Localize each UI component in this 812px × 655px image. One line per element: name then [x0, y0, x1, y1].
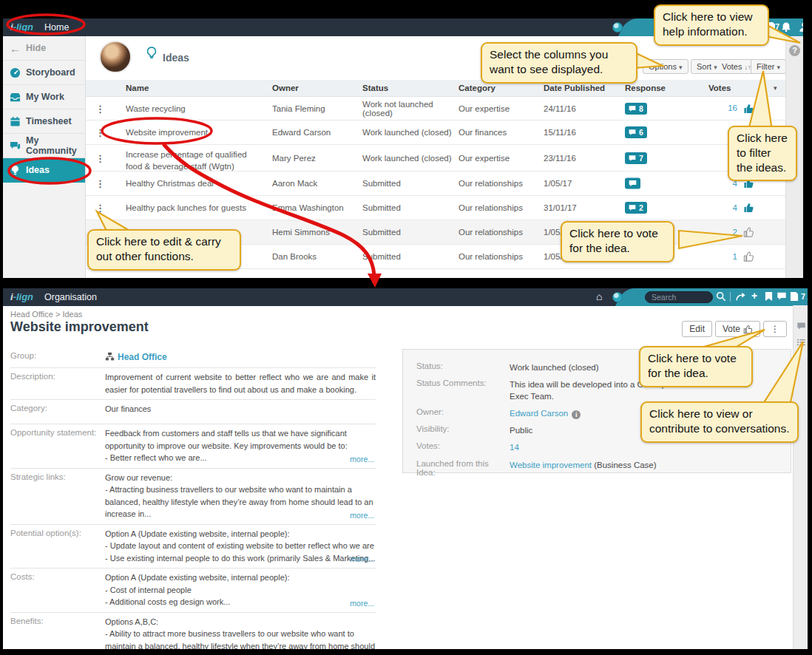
votes-count[interactable]: 14 — [510, 443, 519, 452]
votes-count[interactable]: 16 — [728, 103, 737, 112]
status-cell: Submitted — [362, 252, 455, 261]
owner-link[interactable]: Emma Washington — [272, 203, 357, 212]
row-menu-icon[interactable]: ⋮ — [95, 104, 105, 112]
more-link[interactable]: more... — [350, 599, 374, 608]
category-cell: Our finances — [459, 128, 540, 137]
idea-detail-window: ii-lign-lign Organisation ⌂ + 7 Head Off… — [3, 288, 808, 649]
col-status[interactable]: Status — [362, 84, 388, 92]
col-name[interactable]: Name — [126, 84, 149, 92]
sidebar-item-my-work[interactable]: My Work — [3, 85, 85, 109]
thumbs-up-icon[interactable] — [743, 203, 754, 214]
row-menu-icon[interactable]: ⋮ — [95, 154, 105, 162]
sort-votes-button[interactable]: Sort ▾ Votes ↓↑ — [691, 59, 757, 74]
category-cell: Our relationships — [459, 203, 540, 212]
response-badge[interactable]: 7 — [625, 152, 647, 164]
response-badge[interactable]: 2 — [625, 202, 647, 214]
more-link[interactable]: more... — [350, 511, 374, 520]
user-avatar[interactable] — [99, 41, 132, 73]
column-chooser-icon[interactable]: ▾ — [774, 84, 777, 92]
filter-button[interactable]: Filter ▾ — [751, 59, 786, 74]
search-icon[interactable] — [716, 291, 726, 302]
chat-icon — [10, 140, 21, 152]
list-icon[interactable] — [796, 338, 806, 347]
row-menu-icon[interactable]: ⋮ — [95, 204, 105, 212]
sidebar-item-my-community[interactable]: My Community — [3, 134, 85, 158]
speech-bubble-icon — [629, 204, 636, 211]
detail-row-group: Group: Head Office — [10, 347, 376, 367]
owner-link[interactable]: Aaron Mack — [272, 179, 357, 188]
sidebar-item-hide[interactable]: ← Hide — [3, 36, 85, 61]
category-cell: Our relationships — [459, 179, 540, 188]
table-row[interactable]: ⋮ Healthy Christmas deal Aaron Mack Subm… — [86, 172, 785, 196]
help-icon[interactable]: ? — [789, 45, 800, 56]
owner-link[interactable]: Edward Carson — [272, 128, 357, 137]
idea-name-link[interactable]: Website improvement — [126, 128, 263, 137]
group-link[interactable]: Head Office — [118, 352, 167, 362]
owner-link[interactable]: Mary Perez — [272, 154, 357, 163]
table-row[interactable]: ⋮ Waste recycling Tania Fleming Work not… — [86, 97, 785, 121]
bookmark-icon[interactable] — [765, 291, 773, 302]
more-link[interactable]: more... — [350, 554, 374, 563]
kebab-icon: ⋮ — [771, 322, 779, 336]
thumbs-up-outline-icon[interactable] — [743, 251, 754, 262]
launched-idea-link[interactable]: Website improvement — [510, 461, 592, 469]
share-icon[interactable] — [735, 291, 746, 302]
col-category[interactable]: Category — [459, 84, 495, 92]
votes-count[interactable]: 1 — [733, 251, 737, 260]
idea-name-link[interactable]: Healthy pack lunches for guests — [126, 203, 263, 212]
status-cell: Submitted — [362, 179, 455, 188]
sidebar-item-ideas[interactable]: Ideas — [3, 158, 85, 183]
gauge-icon — [10, 67, 21, 78]
sidebar-item-storyboard[interactable]: Storyboard — [3, 61, 85, 85]
conversations-icon[interactable] — [796, 322, 806, 330]
row-menu-icon[interactable]: ⋮ — [95, 129, 105, 137]
bell-icon[interactable] — [781, 21, 791, 33]
response-badge[interactable] — [625, 178, 640, 189]
chat-icon[interactable] — [777, 291, 787, 301]
owner-link[interactable]: Dan Brooks — [272, 252, 357, 261]
plus-icon[interactable]: + — [751, 290, 757, 302]
more-link[interactable]: more... — [350, 455, 374, 464]
col-votes[interactable]: Votes — [708, 84, 731, 92]
sidebar-item-timesheet[interactable]: Timesheet — [3, 109, 85, 134]
inbox-icon — [10, 92, 21, 103]
thumbs-up-icon[interactable] — [743, 103, 754, 114]
votes-count[interactable]: 2 — [733, 227, 737, 236]
lightbulb-icon — [10, 165, 21, 176]
more-actions-button[interactable]: ⋮ — [763, 321, 787, 337]
edit-button[interactable]: Edit — [682, 321, 712, 337]
callout-edit: Click here to edit & carry out other fun… — [87, 229, 241, 271]
idea-name-link[interactable]: Waste recycling — [126, 104, 263, 113]
col-response[interactable]: Response — [625, 84, 666, 92]
info-icon[interactable]: i — [572, 410, 581, 419]
bell-icon[interactable] — [806, 291, 808, 302]
home-icon[interactable]: ⌂ — [596, 291, 602, 302]
options-button[interactable]: Options ▾ — [643, 59, 688, 74]
col-owner[interactable]: Owner — [272, 84, 299, 92]
votes-count[interactable]: 4 — [733, 203, 737, 211]
idea-name-link[interactable]: Increase percentage of qualified food & … — [126, 149, 263, 172]
status-cell: Work not launched (closed) — [362, 100, 455, 118]
table-row[interactable]: ⋮ Increase percentage of qualified food … — [86, 145, 785, 172]
owner-link[interactable]: Hemi Simmons — [272, 228, 357, 237]
thumbs-up-outline-icon[interactable] — [743, 227, 754, 238]
table-row[interactable]: ⋮ Website improvement Edward Carson Work… — [86, 121, 785, 145]
sidebar-item-label: Storyboard — [26, 67, 75, 78]
response-badge[interactable]: 6 — [625, 126, 647, 138]
owner-link[interactable]: Tania Fleming — [272, 104, 357, 113]
search-input[interactable] — [645, 291, 713, 303]
app-logo[interactable]: ii-lign-lign — [10, 291, 33, 302]
globe-icon[interactable] — [612, 22, 623, 33]
table-row[interactable]: ⋮ Healthy pack lunches for guests Emma W… — [86, 196, 785, 220]
document-icon[interactable] — [790, 291, 799, 302]
breadcrumb[interactable]: Head Office > Ideas — [10, 310, 82, 319]
row-menu-icon[interactable]: ⋮ — [95, 180, 105, 188]
owner-link[interactable]: Edward Carson — [510, 409, 568, 418]
user-icon[interactable] — [799, 21, 803, 33]
app-logo[interactable]: ii-lign-lign — [10, 21, 33, 33]
idea-name-link[interactable]: Healthy Christmas deal — [126, 179, 263, 188]
vote-button[interactable]: Vote — [715, 321, 760, 337]
globe-icon[interactable] — [612, 292, 623, 302]
response-badge[interactable]: 8 — [625, 103, 647, 115]
col-date-published[interactable]: Date Published — [544, 84, 605, 92]
